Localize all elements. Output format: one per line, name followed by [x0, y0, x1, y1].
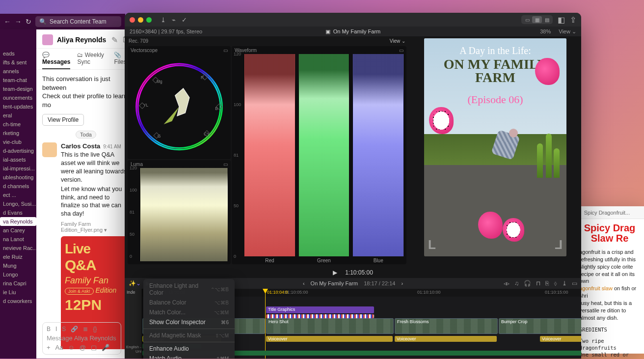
insert-icon[interactable]: ⎀ [554, 280, 557, 287]
snap-icon[interactable]: ⊓ [536, 280, 540, 287]
forward-icon[interactable]: → [15, 18, 22, 26]
enhance-icon[interactable]: ✨⌄ [129, 280, 141, 287]
sidebar-item[interactable]: na Lanot [0, 235, 36, 244]
sidebar-item[interactable]: ial-impressi... [0, 164, 36, 173]
layout-segmented[interactable]: ▭ ▦ ▤ [521, 15, 553, 24]
project-title-center[interactable]: ▣ On My Family Farm [325, 28, 381, 35]
sidebar-item[interactable]: eral [0, 111, 36, 120]
tab-weekly-sync[interactable]: 🗂 Weekly Sync [77, 52, 107, 69]
sidebar-item[interactable]: ial-assets [0, 155, 36, 164]
fullscreen-icon[interactable] [146, 17, 152, 23]
sidebar-item[interactable]: annels [0, 67, 36, 76]
mic-icon[interactable]: 🎤 [102, 344, 109, 351]
clip-voiceover[interactable]: Voiceover [395, 336, 497, 342]
canvas-icon[interactable]: ✎ [111, 35, 118, 45]
sidebar-item[interactable]: rina Capri [0, 279, 36, 288]
italic-icon[interactable]: I [55, 326, 57, 332]
sidebar-item[interactable]: vie-club [0, 138, 36, 146]
bold-icon[interactable]: B [47, 326, 51, 332]
sidebar-item[interactable]: ch-time [0, 120, 36, 129]
sidebar-item[interactable]: team-chat [0, 76, 36, 84]
sidebar-item[interactable]: ubleshooting [0, 173, 36, 182]
format-icon[interactable]: Aa [55, 344, 63, 351]
sidebar-item[interactable]: Longo [0, 270, 36, 279]
minimize-icon[interactable] [138, 17, 143, 23]
sidebar-item[interactable]: an Carey [0, 226, 36, 235]
attachment-label[interactable]: Family Farm Edition_Flyer.png ▾ [61, 221, 130, 233]
panel-settings-icon[interactable]: ▭ [399, 48, 403, 53]
layout-2-icon[interactable]: ▦ [532, 16, 542, 23]
share-icon[interactable]: ⇪ [570, 15, 576, 25]
sidebar-item[interactable]: Longo, Susi... [0, 199, 36, 208]
sidebar-item[interactable]: ele Ruiz [0, 252, 36, 261]
connect-icon[interactable]: ⎘ [545, 280, 549, 287]
attach-icon[interactable]: + [47, 344, 51, 351]
keyword-icon[interactable]: ⌁ [172, 16, 176, 24]
sidebar-item[interactable]: rketing [0, 129, 36, 138]
timeline-project-name[interactable]: On My Family Farm [311, 280, 358, 286]
viewer-canvas[interactable]: A Day in the Life: ON MY FAMILY FARM (Ep… [424, 38, 566, 256]
sidebar-item[interactable]: tent-updates [0, 102, 36, 111]
panel-settings-icon[interactable]: ▭ [223, 48, 228, 53]
overwrite-icon[interactable]: ▭ [572, 280, 577, 287]
message-composer[interactable]: B I S 🔗 ≣ {} Message Aliya Reynolds + Aa… [42, 322, 121, 355]
mention-icon[interactable]: @ [80, 344, 86, 351]
link-icon[interactable]: 🔗 [71, 326, 78, 332]
strike-icon[interactable]: S [62, 326, 66, 332]
audio-skim-icon[interactable]: ♫ [514, 280, 519, 287]
video-icon[interactable]: ▢ [91, 344, 97, 351]
clip-video-hero[interactable]: Hero Shot [266, 318, 394, 334]
sidebar-item[interactable]: d coworkers [0, 297, 36, 305]
code-icon[interactable]: {} [93, 326, 97, 332]
sidebar-item[interactable]: d-advertising [0, 146, 36, 155]
clip-video-bumper[interactable]: Bumper Crop [499, 318, 581, 334]
clip-title-graphics[interactable]: Title Graphics [266, 306, 374, 313]
inspector-icon[interactable]: ◧ [558, 15, 565, 25]
nav-prev-icon[interactable]: ‹ [303, 280, 305, 286]
sidebar-item[interactable]: Mung [0, 261, 36, 270]
slack-search-input[interactable]: 🔍 Search Content Team [35, 16, 121, 27]
solo-icon[interactable]: 🎧 [524, 280, 531, 287]
emoji-icon[interactable]: ☺ [68, 344, 75, 351]
rgb-waveform-panel[interactable]: Waveform ▭ 12010081500 Red Green Blue [232, 46, 406, 264]
luma-panel[interactable]: Luma ▭ 12010081500 [128, 160, 231, 264]
append-icon[interactable]: ⤓ [562, 280, 567, 287]
clip-video-blossoms[interactable]: Fresh Blossoms [395, 318, 498, 334]
import-icon[interactable]: ⤓ [161, 16, 166, 24]
tab-messages[interactable]: 💬 Messages [42, 52, 70, 69]
menu-item[interactable]: Enhance Audio [143, 344, 235, 354]
timecode[interactable]: 1:10:05:00 [345, 269, 373, 276]
sidebar-item[interactable]: d channels [0, 182, 36, 191]
sidebar-item[interactable]: ect ... [0, 191, 36, 199]
play-icon[interactable]: ▶ [333, 269, 337, 276]
history-icon[interactable]: ↻ [26, 18, 31, 26]
sidebar-item[interactable]: team-design [0, 84, 36, 93]
dm-name[interactable]: Aliya Reynolds [57, 36, 106, 44]
menu-item[interactable]: Show Color Inspector⌘6 [143, 317, 235, 327]
nav-next-icon[interactable]: › [401, 280, 403, 286]
sidebar-item[interactable]: eads [0, 49, 36, 58]
view-profile-button[interactable]: View Profile [42, 114, 84, 126]
zoom-level[interactable]: 38% [540, 28, 551, 34]
clip-connected[interactable] [266, 314, 374, 318]
render-icon[interactable]: ✓ [182, 16, 187, 24]
menu-item[interactable]: Match Audio...⇧⌘M [143, 354, 235, 359]
sidebar-item[interactable]: va Reynolds [0, 217, 36, 226]
clip-voiceover[interactable]: Voiceover [540, 336, 581, 342]
sidebar-item[interactable]: ifts & sent [0, 58, 36, 67]
sidebar-item[interactable]: ie Liu [0, 288, 36, 297]
scopes-view-menu[interactable]: View ⌄ [390, 38, 405, 44]
message-author[interactable]: Carlos Costa [61, 142, 100, 150]
sidebar-item[interactable]: nevieve Rac... [0, 244, 36, 252]
sidebar-item[interactable]: d Evans [0, 208, 36, 217]
layout-3-icon[interactable]: ▤ [542, 16, 552, 23]
list-icon[interactable]: ≣ [83, 326, 88, 332]
view-menu[interactable]: View ⌄ [559, 28, 576, 35]
vectorscope-panel[interactable]: Vectorscope ▭ RMg BYL CYG [128, 46, 231, 159]
back-icon[interactable]: ← [4, 18, 11, 26]
clip-voiceover[interactable]: Voiceover [266, 336, 393, 342]
panel-settings-icon[interactable]: ▭ [223, 162, 228, 167]
skimming-icon[interactable]: ◃▹ [504, 280, 510, 287]
layout-1-icon[interactable]: ▭ [522, 16, 532, 23]
close-icon[interactable] [130, 17, 135, 23]
